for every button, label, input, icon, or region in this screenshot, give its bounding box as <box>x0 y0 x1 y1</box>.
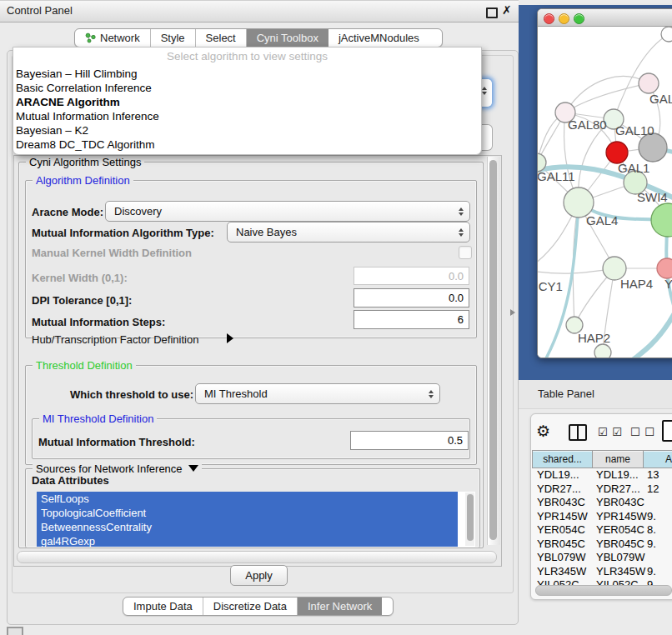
table-panel-title: Table Panel <box>538 388 594 400</box>
panel-grip-icon[interactable] <box>7 627 23 635</box>
node-label: GAL <box>649 92 672 106</box>
table-row[interactable]: YER054CYER054C8. <box>532 523 672 538</box>
manual-kernel-label: Manual Kernel Width Definition <box>32 247 192 259</box>
apply-button[interactable]: Apply <box>230 565 288 586</box>
node-label: GCY1 <box>538 279 563 293</box>
table-row[interactable]: YDL19...YDL19...13 <box>532 468 672 482</box>
close-icon[interactable]: ✗ <box>502 3 512 17</box>
tab-jactivemnodules[interactable]: jActiveMNodules <box>328 29 429 47</box>
column-header-name[interactable]: name <box>592 450 644 468</box>
table-row[interactable]: YLR345WYLR345W9. <box>532 565 672 579</box>
horizontal-scrollbar[interactable] <box>17 551 497 563</box>
popup-item-bayesian-hill-climbing[interactable]: Bayesian – Hill Climbing <box>16 67 474 81</box>
collapse-arrow-right-icon[interactable] <box>227 333 233 343</box>
list-item[interactable]: TopologicalCoefficient <box>37 506 458 520</box>
sources-title[interactable]: Sources for Network Inference <box>33 462 202 475</box>
node-label: GAL10 <box>615 123 654 138</box>
node-label: GAL1 <box>618 161 649 175</box>
aracne-mode-label: Aracne Mode: <box>32 206 103 218</box>
algorithm-dropdown-popup: Select algorithm to view settings Bayesi… <box>13 47 482 155</box>
tab-infer-network[interactable]: Infer Network <box>298 598 382 615</box>
mi-type-label: Mutual Information Algorithm Type: <box>32 227 214 239</box>
manual-kernel-checkbox[interactable] <box>459 246 472 259</box>
mi-threshold-title: MI Threshold Definition <box>39 412 157 425</box>
mi-steps-label: Mutual Information Steps: <box>32 316 165 328</box>
float-window-icon[interactable] <box>486 8 498 18</box>
table-row[interactable]: YIL052CYIL052C9 <box>532 578 672 585</box>
node-salmon <box>657 258 672 278</box>
node-gray <box>639 133 667 162</box>
control-panel-tabbar: Network Style Select Cyni Toolbox jActiv… <box>74 28 443 48</box>
minimize-traffic-light-icon[interactable] <box>559 13 569 24</box>
mi-steps-field[interactable]: 6 <box>354 310 469 329</box>
node-label: GAL11 <box>538 169 575 183</box>
popup-item-aracne[interactable]: ARACNE Algorithm <box>16 95 474 109</box>
list-item[interactable]: BetweennessCentrality <box>37 520 458 534</box>
algorithm-combobox-fragment[interactable] <box>480 78 493 108</box>
table-panel-titlebar: Table Panel <box>519 380 672 409</box>
tab-style[interactable]: Style <box>151 29 196 47</box>
hub-section-label[interactable]: Hub/Transcription Factor Definition <box>32 333 198 346</box>
aracne-mode-combo[interactable]: Discovery <box>105 201 470 222</box>
tab-network-label: Network <box>100 32 140 44</box>
close-traffic-light-icon[interactable] <box>544 13 554 24</box>
column-layout-icon[interactable] <box>569 424 587 441</box>
table-row[interactable]: YBR043CYBR043C <box>532 496 672 510</box>
list-scrollbar[interactable] <box>465 492 474 546</box>
select-all-columns-icon[interactable]: ☑ ☑ <box>598 426 623 438</box>
data-attributes-list[interactable]: SelfLoops TopologicalCoefficient Between… <box>37 492 475 547</box>
list-item[interactable]: SelfLoops <box>37 492 458 506</box>
popup-item-dream8[interactable]: Dream8 DC_TDC Algorithm <box>16 138 474 152</box>
table-horizontal-scrollbar[interactable] <box>535 585 672 596</box>
kernel-width-field[interactable]: 0.0 <box>354 267 469 285</box>
node-label: HAP2 <box>578 331 610 345</box>
dpi-tolerance-field[interactable]: 0.0 <box>354 288 469 308</box>
bottom-tabbar: Impute Data Discretize Data Infer Networ… <box>123 597 394 616</box>
column-header-shared[interactable]: shared... <box>532 450 593 468</box>
network-window[interactable]: GAL GAL80 GAL10 GAL1 GAL11 SWI4 GAL4 GCY… <box>537 8 672 358</box>
table-row[interactable]: YPR145WYPR145W9. <box>532 510 672 524</box>
node-label: GAL4 <box>586 213 618 228</box>
combo-arrows-icon <box>459 208 464 216</box>
tab-network[interactable]: Network <box>75 29 151 47</box>
network-canvas[interactable]: GAL GAL80 GAL10 GAL1 GAL11 SWI4 GAL4 GCY… <box>538 27 672 358</box>
popup-item-mutual-information[interactable]: Mutual Information Inference <box>16 109 474 123</box>
tab-impute-data[interactable]: Impute Data <box>123 598 203 615</box>
mouse-cursor <box>510 309 515 316</box>
vertical-scrollbar-thumb[interactable] <box>489 160 497 540</box>
tab-discretize-data[interactable]: Discretize Data <box>203 598 298 615</box>
node-bottom <box>594 344 611 358</box>
export-table-icon[interactable] <box>662 420 672 442</box>
screen: Control Panel ✗ Network Style Select Cyn… <box>0 0 672 635</box>
mi-threshold-field[interactable]: 0.5 <box>350 431 469 450</box>
gear-icon[interactable]: ⚙ <box>536 422 550 441</box>
node-label: Y <box>664 277 672 291</box>
node-swi4 <box>651 203 672 237</box>
zoom-traffic-light-icon[interactable] <box>574 13 584 24</box>
popup-item-basic-correlation[interactable]: Basic Correlation Inference <box>16 81 474 95</box>
panel-title: Control Panel <box>7 4 73 17</box>
list-item[interactable]: gal4RGexp <box>37 534 458 547</box>
network-icon <box>85 32 96 43</box>
mi-type-combo[interactable]: Naive Bayes <box>227 222 470 242</box>
mi-threshold-label: Mutual Information Threshold: <box>38 436 195 448</box>
expand-arrow-down-icon <box>188 465 198 472</box>
kernel-width-label: Kernel Width (0,1): <box>32 272 128 284</box>
algorithm-definition-title: Algorithm Definition <box>33 174 133 187</box>
dpi-tolerance-label: DPI Tolerance [0,1]: <box>32 294 132 307</box>
table-row[interactable]: YDR27...YDR27...12 <box>532 482 672 497</box>
which-threshold-combo[interactable]: MI Threshold <box>195 383 440 404</box>
popup-prompt: Select algorithm to view settings <box>13 50 481 62</box>
tab-select[interactable]: Select <box>196 29 247 47</box>
popup-item-bayesian-k2[interactable]: Bayesian – K2 <box>16 123 474 138</box>
tab-cyni-toolbox[interactable]: Cyni Toolbox <box>247 29 328 47</box>
table-row[interactable]: YBL079WYBL079W <box>532 551 672 565</box>
column-header-extra[interactable]: A <box>643 450 672 468</box>
table-body[interactable]: YDL19...YDL19...13 YDR27...YDR27...12 YB… <box>532 468 672 585</box>
network-window-titlebar[interactable] <box>538 9 672 27</box>
combo-arrows-icon <box>459 228 464 237</box>
deselect-all-columns-icon[interactable]: ☐ ☐ <box>630 426 655 438</box>
table-row[interactable]: YBR045CYBR045C9. <box>532 538 672 552</box>
threshold-definition-title: Threshold Definition <box>33 359 136 372</box>
combo-arrows-icon <box>429 390 434 398</box>
